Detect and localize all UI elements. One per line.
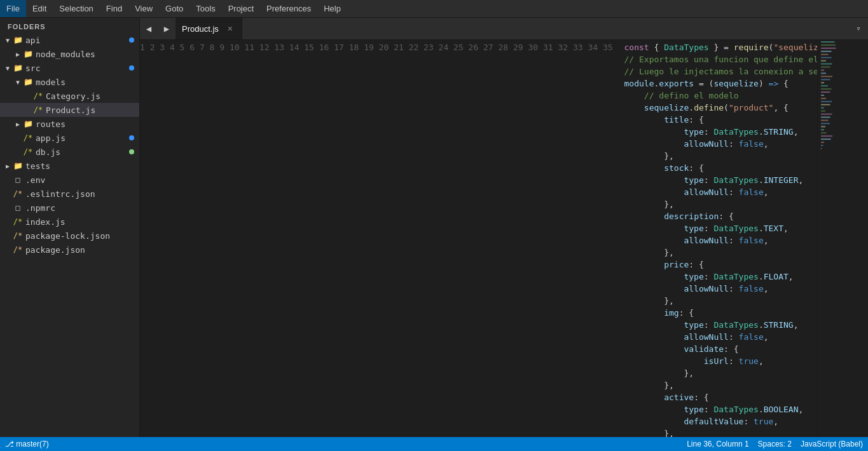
git-indicator xyxy=(129,135,134,140)
sidebar-item-routes[interactable]: ▶ 📁 routes xyxy=(0,117,139,131)
spacer xyxy=(23,93,33,100)
spacer xyxy=(3,219,13,226)
sidebar-item-label: package.json xyxy=(25,245,85,255)
git-indicator xyxy=(129,65,134,71)
sidebar-item-node-modules[interactable]: ▶ 📁 node_modules xyxy=(0,47,139,61)
sidebar-item-package-json[interactable]: /* package.json xyxy=(0,243,139,257)
line-numbers: 1 2 3 4 5 6 7 8 9 10 11 12 13 14 15 16 1… xyxy=(140,40,618,437)
tab-product-js[interactable]: Product.js × xyxy=(176,18,242,39)
sidebar-item-api[interactable]: ▼ 📁 api xyxy=(0,33,139,47)
folder-icon: 📁 xyxy=(23,119,33,129)
sidebar-item-label: src xyxy=(25,64,40,73)
sidebar-item-label: db.js xyxy=(36,147,60,157)
sidebar-item-label: tests xyxy=(25,161,50,171)
status-language[interactable]: JavaScript (Babel) xyxy=(801,440,863,448)
sidebar-item-label: app.js xyxy=(36,133,65,143)
json-file-icon: /* xyxy=(13,245,23,255)
sidebar-item-app-js[interactable]: /* app.js xyxy=(0,131,139,145)
sidebar-item-index-js[interactable]: /* index.js xyxy=(0,215,139,229)
spacer xyxy=(23,107,33,114)
menu-file[interactable]: File xyxy=(0,0,26,17)
menu-help[interactable]: Help xyxy=(317,0,347,17)
sidebar-item-label: Category.js xyxy=(46,91,100,101)
menu-goto[interactable]: Goto xyxy=(159,0,189,17)
sidebar-item-label: index.js xyxy=(25,217,65,227)
sidebar-item-label: .env xyxy=(25,175,45,185)
sidebar-item-npmrc[interactable]: □ .npmrc xyxy=(0,201,139,215)
sidebar-item-label: routes xyxy=(36,119,65,129)
git-indicator xyxy=(129,37,134,43)
json-file-icon: /* xyxy=(13,189,23,199)
spacer xyxy=(3,232,13,239)
sidebar-item-category-js[interactable]: /* Category.js xyxy=(0,89,139,103)
sidebar-item-models[interactable]: ▼ 📁 models xyxy=(0,75,139,89)
sidebar-item-env[interactable]: □ .env xyxy=(0,173,139,187)
sidebar-item-eslintrc[interactable]: /* .eslintrc.json xyxy=(0,187,139,201)
sidebar-header: FOLDERS xyxy=(0,18,139,33)
folder-icon: 📁 xyxy=(13,63,23,73)
file-icon: □ xyxy=(13,203,23,213)
spacer xyxy=(3,177,13,184)
arrow-icon: ▼ xyxy=(3,37,13,44)
arrow-icon: ▶ xyxy=(3,163,13,170)
sidebar-item-label: node_modules xyxy=(36,50,95,59)
arrow-icon: ▼ xyxy=(3,65,13,72)
sidebar-item-package-lock[interactable]: /* package-lock.json xyxy=(0,229,139,243)
sidebar-item-label: .eslintrc.json xyxy=(25,189,95,199)
editor-with-minimap: 1 2 3 4 5 6 7 8 9 10 11 12 13 14 15 16 1… xyxy=(140,40,868,437)
js-file-icon: /* xyxy=(33,91,43,101)
menu-selection[interactable]: Selection xyxy=(53,0,99,17)
status-right: Line 36, Column 1 Spaces: 2 JavaScript (… xyxy=(687,440,863,448)
sidebar-item-label: models xyxy=(36,77,65,87)
js-file-icon: /* xyxy=(23,147,33,157)
json-file-icon: /* xyxy=(13,231,23,241)
git-indicator xyxy=(129,149,134,154)
js-file-icon: /* xyxy=(23,133,33,143)
menu-tools[interactable]: Tools xyxy=(189,0,221,17)
minimap-canvas xyxy=(818,40,868,437)
status-git[interactable]: ⎇ master(7) xyxy=(5,440,49,448)
tab-label: Product.js xyxy=(182,24,219,34)
status-position[interactable]: Line 36, Column 1 xyxy=(687,440,748,448)
code-content[interactable]: const { DataTypes } = require("sequelize… xyxy=(618,40,817,437)
sidebar-item-label: api xyxy=(25,36,40,45)
menu-edit[interactable]: Edit xyxy=(26,0,53,17)
arrow-icon: ▼ xyxy=(13,79,23,86)
file-icon: □ xyxy=(13,175,23,185)
sidebar-item-label: package-lock.json xyxy=(25,231,110,241)
sidebar-item-tests[interactable]: ▶ 📁 tests xyxy=(0,159,139,173)
tab-overflow-button[interactable]: ▿ xyxy=(849,18,868,39)
folder-icon: 📁 xyxy=(13,35,23,45)
main-layout: FOLDERS ▼ 📁 api ▶ 📁 node_modules ▼ 📁 src… xyxy=(0,18,868,437)
spacer xyxy=(3,191,13,198)
status-spaces[interactable]: Spaces: 2 xyxy=(758,440,792,448)
spacer xyxy=(3,205,13,212)
arrow-icon: ▶ xyxy=(13,51,23,58)
sidebar-item-src[interactable]: ▼ 📁 src xyxy=(0,61,139,75)
sidebar-item-label: .npmrc xyxy=(25,203,55,213)
status-bar: ⎇ master(7) Line 36, Column 1 Spaces: 2 … xyxy=(0,437,868,451)
code-editor[interactable]: 1 2 3 4 5 6 7 8 9 10 11 12 13 14 15 16 1… xyxy=(140,40,817,437)
folder-icon: 📁 xyxy=(13,161,23,171)
menu-find[interactable]: Find xyxy=(100,0,128,17)
tab-bar: ◀ ▶ Product.js × ▿ xyxy=(140,18,868,40)
menu-project[interactable]: Project xyxy=(222,0,260,17)
status-left: ⎇ master(7) xyxy=(5,440,49,448)
sidebar-item-product-js[interactable]: /* Product.js xyxy=(0,103,139,117)
spacer xyxy=(13,135,23,142)
tab-next-button[interactable]: ▶ xyxy=(158,18,176,39)
sidebar: FOLDERS ▼ 📁 api ▶ 📁 node_modules ▼ 📁 src… xyxy=(0,18,140,437)
menubar: File Edit Selection Find View Goto Tools… xyxy=(0,0,868,18)
menu-preferences[interactable]: Preferences xyxy=(260,0,317,17)
tab-close-button[interactable]: × xyxy=(225,24,235,34)
folder-icon: 📁 xyxy=(23,77,33,87)
tab-prev-button[interactable]: ◀ xyxy=(140,18,158,39)
menu-view[interactable]: View xyxy=(128,0,159,17)
minimap xyxy=(817,40,868,437)
js-file-icon: /* xyxy=(33,105,43,115)
js-file-icon: /* xyxy=(13,217,23,227)
folder-icon: 📁 xyxy=(23,49,33,59)
sidebar-item-db-js[interactable]: /* db.js xyxy=(0,145,139,159)
editor-area: ◀ ▶ Product.js × ▿ 1 2 3 4 5 6 7 8 9 10 … xyxy=(140,18,868,437)
spacer xyxy=(3,246,13,253)
